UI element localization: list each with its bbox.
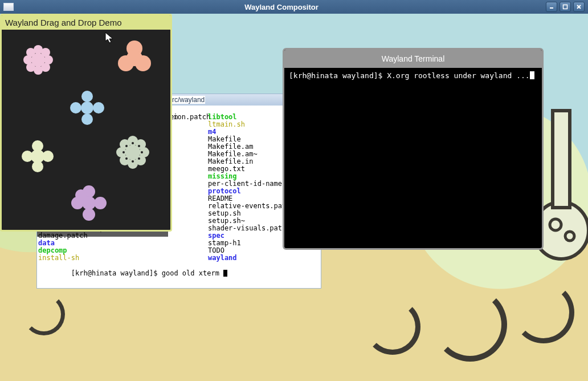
svg-point-57 — [94, 197, 107, 209]
wterm-prompt: [krh@hinata wayland]$ — [289, 71, 387, 80]
close-button[interactable] — [573, 2, 585, 12]
svg-point-44 — [141, 151, 143, 153]
flower-icon[interactable] — [70, 184, 108, 222]
ls-entry: wayland — [208, 254, 328, 262]
svg-point-29 — [70, 102, 81, 114]
svg-rect-5 — [553, 111, 570, 208]
svg-point-28 — [81, 114, 93, 125]
flower-icon[interactable] — [21, 140, 54, 173]
dnd-window[interactable]: Wayland Drag and Drop Demo — [0, 14, 172, 232]
svg-point-43 — [122, 151, 125, 153]
svg-rect-1 — [564, 5, 567, 9]
dnd-window-title: Wayland Drag and Drop Demo — [2, 15, 170, 30]
app-icon — [3, 3, 14, 11]
wayland-terminal-body[interactable]: [krh@hinata wayland]$ X.org rootless und… — [284, 68, 542, 83]
wayland-terminal-title[interactable]: Wayland Terminal — [284, 50, 542, 68]
svg-point-41 — [132, 142, 134, 144]
svg-point-47 — [125, 157, 128, 160]
minimize-button[interactable] — [546, 2, 557, 12]
decoration-swirl — [513, 282, 574, 343]
wterm-command: X.org rootless under wayland ... — [387, 71, 529, 80]
xterm-cursor — [223, 270, 227, 277]
svg-point-53 — [31, 149, 44, 163]
maximize-button[interactable] — [560, 2, 571, 12]
svg-point-55 — [83, 208, 95, 221]
ls-mid-suffix: tion.patch — [169, 114, 210, 121]
flower-icon[interactable] — [115, 38, 154, 78]
decoration-swirl — [23, 293, 65, 335]
svg-point-27 — [81, 91, 93, 102]
wterm-cursor — [530, 71, 534, 79]
svg-point-46 — [138, 145, 140, 147]
svg-point-22 — [31, 53, 45, 67]
svg-point-59 — [82, 196, 96, 210]
xterm-cmd-typed: good old xterm — [162, 269, 223, 277]
flower-icon[interactable] — [69, 90, 105, 126]
flower-icon[interactable] — [21, 43, 55, 77]
wayland-terminal-window[interactable]: Wayland Terminal [krh@hinata wayland]$ X… — [283, 48, 544, 250]
ls-entry: install-sh — [38, 254, 178, 262]
flower-icon[interactable] — [116, 135, 150, 169]
svg-point-30 — [93, 102, 104, 114]
outer-window-title: Wayland Compositor — [17, 3, 546, 11]
svg-point-31 — [81, 102, 93, 114]
svg-point-48 — [138, 157, 140, 160]
xterm-prompt: [krh@hinata wayland]$ — [71, 269, 162, 277]
svg-point-40 — [125, 145, 140, 160]
decoration-swirl — [365, 299, 420, 355]
svg-point-42 — [132, 160, 134, 163]
ls-entry: damage.patch — [38, 232, 178, 240]
decoration-swirl — [433, 287, 507, 362]
svg-point-45 — [125, 145, 128, 147]
outer-titlebar: Wayland Compositor — [0, 0, 588, 14]
svg-point-26 — [126, 50, 142, 66]
